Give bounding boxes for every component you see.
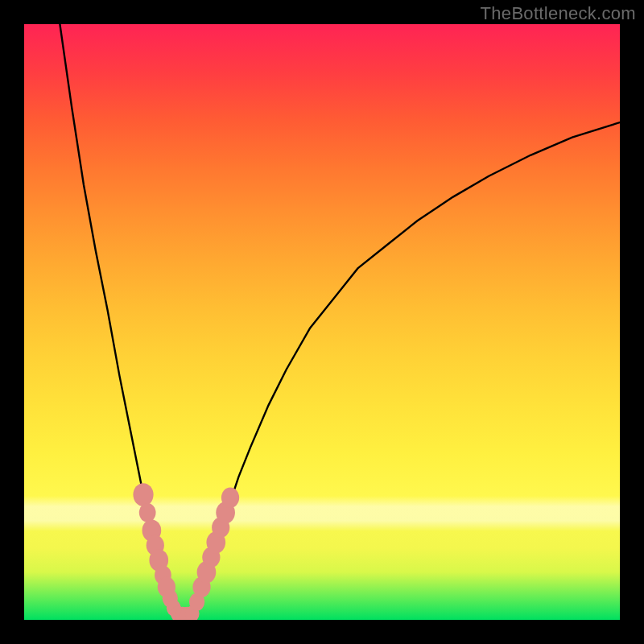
outer-frame: TheBottleneck.com bbox=[0, 0, 644, 644]
watermark: TheBottleneck.com bbox=[481, 3, 636, 24]
bead-left-1 bbox=[139, 503, 156, 522]
chart-svg bbox=[24, 24, 620, 620]
plot-area bbox=[24, 24, 620, 620]
bead-right-7 bbox=[221, 488, 239, 509]
bead-left-0 bbox=[133, 483, 153, 506]
